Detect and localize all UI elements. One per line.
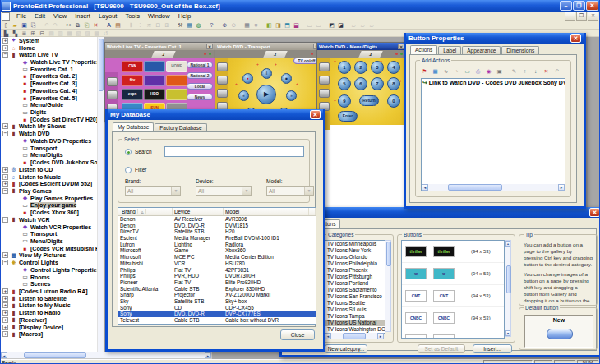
tree-horizontal-scrollbar[interactable]: ◂ ▸ bbox=[0, 352, 212, 359]
table-row[interactable]: Philips Flat TV 42PF9831 bbox=[118, 267, 316, 274]
tree-expander-icon[interactable]: + bbox=[2, 252, 8, 258]
download-icon[interactable]: ◩ bbox=[327, 21, 336, 29]
add-power-icon[interactable]: ◉ bbox=[483, 67, 494, 76]
categories-hscroll-thumb[interactable] bbox=[343, 333, 366, 339]
gallery-button-row[interactable]: w w (94 x 53) bbox=[402, 263, 504, 285]
column-header-device[interactable]: Device bbox=[173, 208, 224, 215]
tree-item[interactable]: ■ [Favorites Cat. 5] bbox=[0, 94, 104, 102]
extra1-icon[interactable]: ▱ bbox=[349, 21, 358, 29]
tree-item[interactable]: ◈ Watch DVD Properties bbox=[0, 137, 104, 145]
tree-expander-icon[interactable]: − bbox=[2, 188, 8, 194]
gadget-icon[interactable] bbox=[319, 62, 330, 71]
digits-window-titlebar[interactable]: Watch DVD - Menu/Digits ✕ bbox=[317, 43, 406, 50]
child-close-button[interactable]: ✕ bbox=[588, 12, 598, 21]
table-row[interactable]: Microsoft MCE PC Media Center Edition bbox=[118, 254, 316, 260]
filter-radio[interactable] bbox=[125, 167, 132, 173]
channel-logo[interactable] bbox=[166, 89, 187, 100]
device-combo[interactable]: All ▼ bbox=[196, 186, 252, 196]
grid-icon[interactable]: ▦ bbox=[242, 21, 252, 29]
tree-item[interactable]: ◈ Watch VCR Properties bbox=[0, 223, 104, 231]
category-item[interactable]: TV Icons Orlando bbox=[325, 254, 385, 260]
tree-item[interactable]: ■ [Favorites Cat. 3] bbox=[0, 80, 104, 87]
keypad-button[interactable]: 7 bbox=[371, 77, 384, 90]
keypad-button[interactable]: 8 bbox=[387, 77, 400, 90]
hscroll-thumb[interactable] bbox=[24, 352, 86, 358]
tree-expander-icon[interactable]: + bbox=[2, 123, 8, 129]
add-beep-icon[interactable]: ∿ bbox=[441, 67, 451, 76]
app-titlebar[interactable]: ProntoEdit Professional - [TSU9600 - TSU… bbox=[0, 0, 600, 12]
export-icon[interactable]: ⎘ bbox=[29, 21, 38, 29]
child-restore-button[interactable]: ❐ bbox=[576, 12, 587, 21]
gadget-icon[interactable] bbox=[319, 76, 330, 85]
category-item[interactable]: TV Icons US National bbox=[325, 320, 385, 326]
tree-item[interactable]: + ▮ [Macros] bbox=[0, 330, 104, 338]
add-link-icon[interactable]: ▣ bbox=[494, 67, 505, 76]
add-rs232-icon[interactable]: ⎙ bbox=[473, 67, 483, 76]
stop-button[interactable]: ■ bbox=[281, 73, 292, 84]
channel-logo[interactable]: CNN bbox=[122, 61, 143, 72]
tools-icon[interactable]: ⚒ bbox=[176, 21, 185, 29]
close-database-button[interactable]: Close bbox=[280, 329, 315, 340]
insert-button[interactable]: Insert... bbox=[473, 344, 512, 353]
scroll-down-icon[interactable]: ▾ bbox=[505, 330, 510, 336]
tree-item[interactable]: + ✦ System bbox=[0, 37, 104, 44]
preview-icon[interactable]: ▭ bbox=[305, 21, 314, 29]
zoom-in-icon[interactable]: ⊕ bbox=[220, 21, 229, 29]
tree-item[interactable]: ▭ Digits bbox=[0, 108, 104, 116]
add-ir-action-icon[interactable]: ⚑ bbox=[419, 67, 430, 76]
keypad-button[interactable]: Return bbox=[359, 95, 379, 106]
row1-icon[interactable]: ▤ bbox=[47, 30, 56, 37]
tree-item[interactable]: ■ [Codes Sat DirecTV H20] bbox=[0, 116, 104, 123]
help-icon[interactable]: ? bbox=[207, 21, 216, 29]
properties-icon[interactable]: ▤ bbox=[113, 21, 122, 29]
new-icon[interactable]: ▯ bbox=[2, 21, 11, 29]
categories-hscrollbar[interactable]: ◂ ▸ bbox=[325, 333, 384, 339]
tree-item[interactable]: ◈ Watch Live TV Properties bbox=[0, 58, 104, 66]
brand-combo[interactable]: All ▼ bbox=[125, 186, 181, 196]
channel-logo[interactable] bbox=[144, 75, 165, 86]
table-row[interactable]: Sony CD CDP-CX455 bbox=[118, 305, 316, 311]
tree-expander-icon[interactable]: + bbox=[2, 302, 8, 308]
tree-item[interactable]: + ▮ [Display Device] bbox=[0, 324, 104, 331]
tree-item[interactable]: + ▮ [Codes Lutron Radio RA] bbox=[0, 288, 104, 295]
scroll-right-icon[interactable]: ▸ bbox=[558, 184, 565, 191]
button-properties-titlebar[interactable]: Button Properties ✕ bbox=[406, 33, 584, 44]
same-size-icon[interactable]: ⊟ bbox=[154, 21, 163, 29]
gallery-button-row[interactable]: CMT CMT (94 x 53) bbox=[402, 285, 504, 307]
actions-hscrollbar[interactable]: ◂ ▸ bbox=[422, 184, 565, 191]
button-thumbnail[interactable]: CNBC bbox=[405, 312, 427, 324]
add-page-jump-icon[interactable]: ▦ bbox=[430, 67, 441, 76]
favorites-window-titlebar[interactable]: Watch Live TV - Favorites Cat. 1 ✕ bbox=[105, 43, 215, 50]
tree-expander-icon[interactable]: − bbox=[2, 217, 8, 223]
rewind-button[interactable]: « bbox=[238, 90, 249, 101]
tree-expander-icon[interactable]: + bbox=[2, 325, 8, 330]
tree-item[interactable]: ◈ Play Games Properties bbox=[0, 195, 104, 202]
table-row[interactable]: Sky Satellite STB Sky+ box bbox=[118, 298, 316, 305]
pause-button[interactable]: ‖ bbox=[261, 68, 272, 79]
favorites-close-icon[interactable]: ✕ bbox=[206, 44, 213, 49]
page-tab-1[interactable]: 1 bbox=[358, 51, 383, 58]
tree-view-icon[interactable]: ⬒ bbox=[283, 21, 292, 29]
scroll-left-icon[interactable]: ◂ bbox=[422, 184, 428, 191]
expand-all-icon[interactable]: ⊞ bbox=[29, 30, 38, 37]
tree-item[interactable]: + ▮ Listen to My Music bbox=[0, 302, 104, 310]
channel-logo[interactable] bbox=[166, 75, 187, 86]
tree-expander-icon[interactable]: + bbox=[2, 288, 8, 294]
upload-icon[interactable]: ◪ bbox=[336, 21, 345, 29]
align-top-icon[interactable]: ⫶ bbox=[136, 21, 145, 29]
category-item[interactable]: TV Icons Philadelphia bbox=[325, 260, 385, 267]
menu-item[interactable]: Help bbox=[174, 12, 195, 21]
keypad-button[interactable]: 0 bbox=[387, 94, 400, 108]
category-item[interactable]: TV Icons Sacramento bbox=[325, 287, 385, 293]
add-delay-icon[interactable]: ◔ bbox=[451, 67, 462, 76]
tree-item[interactable]: + ▮ [Receiver] bbox=[0, 316, 104, 324]
tree-item[interactable]: ▭ Favorites Cat. 1 bbox=[0, 66, 104, 73]
tree-item[interactable]: + ⌂ Home bbox=[0, 44, 104, 52]
gallery-button-row[interactable]: CNBC CNBC (94 x 53) bbox=[402, 307, 504, 329]
model-combo[interactable]: All ▼ bbox=[266, 186, 314, 196]
tree-expander-icon[interactable]: + bbox=[2, 45, 8, 51]
row3-icon[interactable]: ▦ bbox=[65, 30, 74, 37]
tree-item[interactable]: ▭ Menu/Guide bbox=[0, 101, 104, 108]
transport-window-titlebar[interactable]: Watch DVD - Transport ✕ bbox=[215, 43, 321, 50]
simulate-icon[interactable]: ◍ bbox=[194, 21, 203, 29]
